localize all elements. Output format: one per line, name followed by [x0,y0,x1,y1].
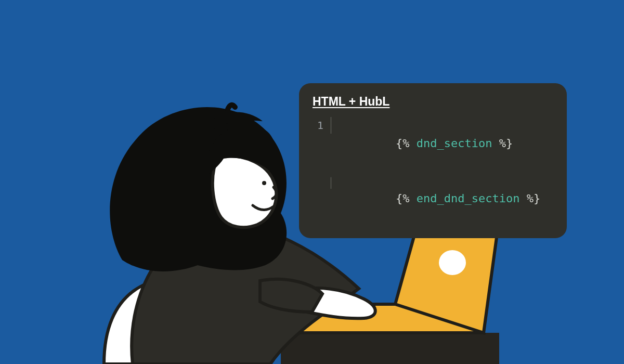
face [213,155,277,227]
sleeve [260,279,322,312]
code-line: 1 {% dnd_section %} [313,116,553,171]
delimiter-open: {% [396,137,410,150]
code-speech-bubble: HTML + HubL 1 {% dnd_section %} 2 {% end… [299,83,567,238]
hand [291,288,375,318]
hair-back [110,107,287,271]
beret-stem [228,105,235,109]
keyword-token: end_dnd_section [417,192,520,205]
code-panel-title: HTML + HubL [313,95,553,109]
skirt [104,278,270,364]
delimiter-open: {% [396,192,410,205]
code-block: 1 {% dnd_section %} 2 {% end_dnd_section… [313,116,553,226]
desk [281,333,499,364]
beret [205,112,263,131]
hair-front [208,125,276,174]
keyword-token: dnd_section [417,137,492,150]
line-number: 1 [313,117,331,134]
svg-point-1 [262,181,266,185]
svg-point-0 [439,250,466,275]
speech-bubble-tail [307,172,337,200]
delimiter-close: %} [527,192,541,205]
code-line: 2 {% end_dnd_section %} [313,171,553,226]
delimiter-close: %} [499,137,513,150]
sweater [132,224,359,364]
